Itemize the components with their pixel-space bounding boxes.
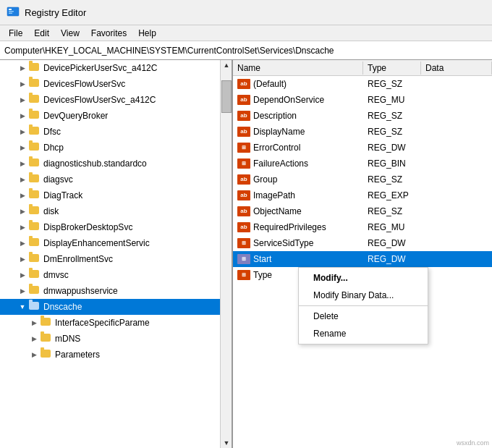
tree-item[interactable]: ▶ diagsvc bbox=[0, 172, 232, 187]
expand-icon: ▶ bbox=[17, 238, 27, 248]
reg-icon-dw: ⊞ bbox=[237, 254, 250, 264]
value-name: ImagePath bbox=[253, 190, 295, 200]
tree-item[interactable]: ▶ diagnosticshub.standardco bbox=[0, 156, 232, 172]
value-data-cell bbox=[421, 178, 492, 181]
tree-item-label: Dfsc bbox=[43, 127, 61, 137]
reg-icon-ab: ab bbox=[237, 222, 250, 232]
expand-icon: ▶ bbox=[17, 286, 27, 296]
value-name-cell: ab Description bbox=[233, 109, 363, 122]
value-row[interactable]: ab DependOnService REG_MU bbox=[233, 92, 492, 108]
tree-panel: ▶ DevicePickerUserSvc_a412C ▶ DevicesFlo… bbox=[0, 60, 233, 448]
folder-icon bbox=[29, 286, 41, 296]
tree-item-label: Dhcp bbox=[43, 143, 64, 153]
value-type-cell: REG_SZ bbox=[363, 205, 421, 218]
value-name: RequiredPrivileges bbox=[253, 222, 326, 232]
menu-favorites[interactable]: Favorites bbox=[85, 27, 132, 40]
tree-wrapper: ▶ DevicePickerUserSvc_a412C ▶ DevicesFlo… bbox=[0, 60, 232, 448]
svg-rect-2 bbox=[9, 11, 14, 12]
context-menu-delete[interactable]: Delete bbox=[299, 308, 428, 325]
context-menu-separator bbox=[299, 305, 428, 306]
tree-item[interactable]: ▶ DispBrokerDesktopSvc bbox=[0, 219, 232, 235]
menu-view[interactable]: View bbox=[55, 27, 85, 40]
tree-item[interactable]: ▶ Dfsc bbox=[0, 124, 232, 140]
expand-icon: ▶ bbox=[17, 79, 27, 89]
expand-icon: ▶ bbox=[29, 318, 39, 328]
address-path: Computer\HKEY_LOCAL_MACHINE\SYSTEM\Curre… bbox=[4, 46, 334, 56]
value-row[interactable]: ⊞ ErrorControl REG_DW bbox=[233, 140, 492, 156]
value-name-cell: ⊞ FailureActions bbox=[233, 157, 363, 170]
value-type-cell: REG_MU bbox=[363, 221, 421, 234]
value-data-cell bbox=[421, 98, 492, 101]
value-row[interactable]: ab RequiredPrivileges REG_MU bbox=[233, 219, 492, 235]
expand-icon: ▼ bbox=[17, 302, 27, 312]
menu-edit[interactable]: Edit bbox=[28, 27, 55, 40]
value-name: Group bbox=[253, 174, 277, 185]
folder-icon bbox=[29, 174, 41, 185]
value-row[interactable]: ab Description REG_SZ bbox=[233, 108, 492, 124]
folder-icon bbox=[29, 254, 41, 264]
value-row[interactable]: ab Group REG_SZ bbox=[233, 172, 492, 187]
value-row[interactable]: ab ObjectName REG_SZ bbox=[233, 203, 492, 219]
value-row-start[interactable]: ⊞ Start REG_DW bbox=[233, 251, 492, 267]
tree-item[interactable]: ▶ InterfaceSpecificParame bbox=[0, 315, 232, 331]
tree-item[interactable]: ▶ dmwappushservice bbox=[0, 283, 232, 299]
scrollbar-thumb[interactable] bbox=[221, 80, 232, 113]
tree-item-label: Parameters bbox=[55, 350, 100, 360]
reg-icon-ab: ab bbox=[237, 95, 250, 105]
reg-icon-dw: ⊞ bbox=[237, 238, 250, 248]
tree-item[interactable]: ▶ Parameters bbox=[0, 347, 232, 363]
menu-file[interactable]: File bbox=[3, 27, 28, 40]
tree-item[interactable]: ▶ DevicePickerUserSvc_a412C bbox=[0, 60, 232, 76]
reg-icon-ab: ab bbox=[237, 190, 250, 200]
context-menu-rename[interactable]: Rename bbox=[299, 325, 428, 342]
value-data-cell bbox=[421, 130, 492, 133]
value-type-cell: REG_SZ bbox=[363, 77, 421, 90]
tree-item[interactable]: ▶ DevicesFlowUserSvc_a412C bbox=[0, 92, 232, 108]
scrollbar-track[interactable]: ▲ ▼ bbox=[220, 60, 232, 448]
tree-item[interactable]: ▶ DevicesFlowUserSvc bbox=[0, 76, 232, 92]
value-row[interactable]: ab DisplayName REG_SZ bbox=[233, 124, 492, 140]
folder-icon bbox=[29, 190, 41, 200]
tree-item[interactable]: ▶ DmEnrollmentSvc bbox=[0, 251, 232, 267]
tree-item-dnscache[interactable]: ▼ Dnscache bbox=[0, 299, 232, 315]
value-name: ObjectName bbox=[253, 206, 302, 216]
values-panel: Name Type Data ab (Default) REG_SZ ab De… bbox=[233, 60, 492, 448]
scroll-up-btn[interactable]: ▲ bbox=[221, 60, 232, 70]
folder-icon bbox=[29, 238, 41, 248]
expand-icon: ▶ bbox=[17, 254, 27, 264]
value-row[interactable]: ⊞ FailureActions REG_BIN bbox=[233, 156, 492, 172]
value-row[interactable]: ⊞ ServiceSidType REG_DW bbox=[233, 235, 492, 251]
value-name: Description bbox=[253, 111, 297, 121]
value-name-cell: ⊞ ErrorControl bbox=[233, 141, 363, 154]
tree-item[interactable]: ▶ DisplayEnhancementServic bbox=[0, 235, 232, 251]
tree-item[interactable]: ▶ Dhcp bbox=[0, 140, 232, 156]
tree-item[interactable]: ▶ mDNS bbox=[0, 331, 232, 347]
value-row[interactable]: ab (Default) REG_SZ bbox=[233, 76, 492, 92]
value-name: Type bbox=[253, 270, 272, 280]
tree-item-label: DispBrokerDesktopSvc bbox=[43, 222, 132, 232]
context-menu-modify-binary[interactable]: Modify Binary Data... bbox=[299, 287, 428, 304]
expand-icon: ▶ bbox=[17, 174, 27, 185]
folder-icon bbox=[29, 302, 41, 312]
tree-item-label: dmwappushservice bbox=[43, 286, 118, 296]
folder-icon bbox=[29, 222, 41, 232]
value-data-cell bbox=[421, 162, 492, 165]
tree-item[interactable]: ▶ DevQueryBroker bbox=[0, 108, 232, 124]
value-name-cell: ab ObjectName bbox=[233, 205, 363, 218]
value-name-cell: ab Group bbox=[233, 173, 363, 186]
menu-help[interactable]: Help bbox=[132, 27, 162, 40]
value-name-cell: ⊞ Start bbox=[233, 253, 363, 266]
reg-icon-ab: ab bbox=[237, 79, 250, 89]
address-bar: Computer\HKEY_LOCAL_MACHINE\SYSTEM\Curre… bbox=[0, 41, 492, 60]
context-menu-modify[interactable]: Modify... bbox=[299, 269, 428, 287]
svg-rect-3 bbox=[9, 12, 12, 14]
tree-item-label: DevicePickerUserSvc_a412C bbox=[43, 63, 157, 73]
value-name: DependOnService bbox=[253, 95, 324, 105]
scroll-down-btn[interactable]: ▼ bbox=[221, 438, 232, 448]
tree-item[interactable]: ▶ disk bbox=[0, 203, 232, 219]
value-row[interactable]: ab ImagePath REG_EXP bbox=[233, 187, 492, 203]
tree-item-label: DevQueryBroker bbox=[43, 111, 108, 121]
tree-item[interactable]: ▶ DiagTrack bbox=[0, 187, 232, 203]
value-type-cell: REG_BIN bbox=[363, 157, 421, 170]
tree-item[interactable]: ▶ dmvsc bbox=[0, 267, 232, 283]
